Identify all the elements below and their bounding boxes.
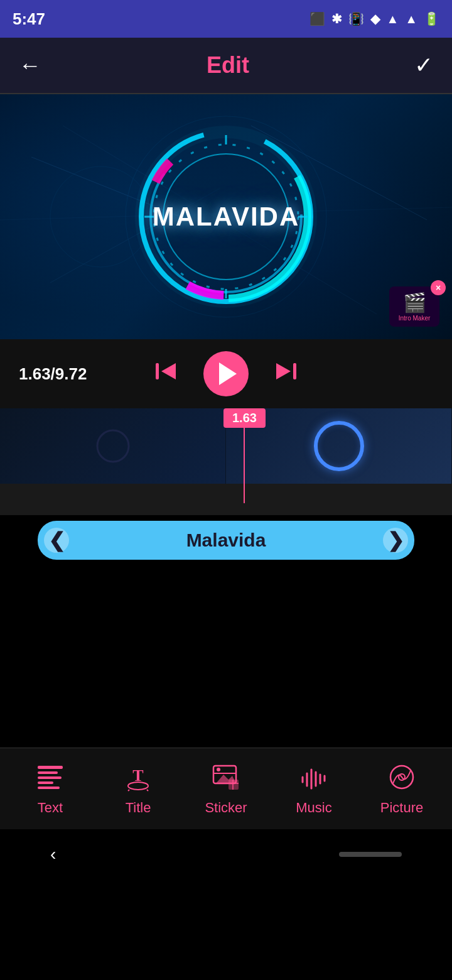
next-button[interactable] xyxy=(274,358,300,390)
bottom-nav: ‹ xyxy=(0,829,452,879)
svg-marker-22 xyxy=(276,363,291,379)
track-pill[interactable]: ❮ Malavida ❯ xyxy=(38,521,414,560)
picture-label: Picture xyxy=(380,800,423,816)
watermark-icon: 🎬 xyxy=(403,291,426,313)
svg-rect-27 xyxy=(38,781,53,784)
bottom-toolbar: Text T Title Sticker xyxy=(0,748,452,829)
empty-space xyxy=(0,565,452,748)
sticker-tool-icon xyxy=(211,762,241,792)
ring-thumb xyxy=(314,421,364,471)
text-icon xyxy=(35,762,65,796)
playback-buttons xyxy=(152,351,300,396)
wifi-icon: ▲ xyxy=(386,12,399,26)
cast-icon: ⬛ xyxy=(309,11,325,26)
confirm-button[interactable]: ✓ xyxy=(414,52,433,79)
cellular-icon: ▲ xyxy=(405,12,417,26)
svg-line-32 xyxy=(147,790,148,791)
timeline-controls: 1.63/9.72 xyxy=(0,339,452,408)
position-line xyxy=(244,428,245,503)
tool-text[interactable]: Text xyxy=(19,762,82,816)
music-icon xyxy=(299,762,329,796)
svg-rect-28 xyxy=(38,787,60,789)
play-button[interactable] xyxy=(203,351,249,396)
svg-rect-37 xyxy=(229,780,239,790)
page-title: Edit xyxy=(207,52,249,79)
tool-sticker[interactable]: Sticker xyxy=(195,762,257,816)
filmstrip-thumb-left xyxy=(88,427,138,465)
next-icon xyxy=(274,358,300,384)
sticker-label: Sticker xyxy=(205,800,247,816)
svg-line-31 xyxy=(128,790,129,791)
watermark-close[interactable]: × xyxy=(431,280,446,295)
play-icon xyxy=(219,362,237,385)
position-label: 1.63 xyxy=(223,408,266,428)
text-tool-icon xyxy=(35,762,65,792)
text-track: ❮ Malavida ❯ xyxy=(0,515,452,565)
music-label: Music xyxy=(296,800,331,816)
filmstrip-segment-left xyxy=(0,408,226,484)
track-next-arrow[interactable]: ❯ xyxy=(383,528,408,553)
svg-rect-24 xyxy=(38,766,63,769)
vibrate-icon: 📳 xyxy=(348,11,364,26)
status-time: 5:47 xyxy=(13,9,45,29)
video-center-text: MALAVIDA xyxy=(153,202,300,232)
text-label: Text xyxy=(38,800,63,816)
home-indicator xyxy=(339,852,402,857)
position-marker: 1.63 xyxy=(223,408,266,503)
nav-bar: ← Edit ✓ xyxy=(0,38,452,94)
circle-graphic: MALAVIDA xyxy=(132,122,320,311)
back-button[interactable]: ← xyxy=(19,52,41,79)
prev-icon xyxy=(152,358,178,384)
nav-back-chevron[interactable]: ‹ xyxy=(50,844,56,864)
battery-icon: 🔋 xyxy=(424,11,439,26)
picture-icon xyxy=(387,762,417,796)
timeline-area: 1.63 ❮ Malavida ❯ xyxy=(0,408,452,565)
tool-music[interactable]: Music xyxy=(282,762,345,816)
svg-rect-26 xyxy=(38,776,62,779)
music-tool-icon xyxy=(299,762,329,792)
video-preview: MALAVIDA × 🎬 Intro Maker xyxy=(0,94,452,339)
watermark-label: Intro Maker xyxy=(399,315,431,322)
prev-button[interactable] xyxy=(152,358,178,390)
tool-title[interactable]: T Title xyxy=(107,762,170,816)
status-bar: 5:47 ⬛ ✱ 📳 ◆ ▲ ▲ 🔋 xyxy=(0,0,452,38)
title-label: Title xyxy=(126,800,151,816)
tool-picture[interactable]: Picture xyxy=(370,762,433,816)
svg-marker-20 xyxy=(161,363,176,379)
svg-rect-21 xyxy=(293,363,296,379)
sticker-icon xyxy=(211,762,241,796)
watermark: × 🎬 Intro Maker xyxy=(389,286,439,327)
svg-point-23 xyxy=(97,430,129,462)
track-prev-arrow[interactable]: ❮ xyxy=(44,528,69,553)
time-display: 1.63/9.72 xyxy=(19,364,107,384)
bluetooth-icon: ✱ xyxy=(331,11,342,26)
title-icon: T xyxy=(123,762,153,796)
svg-rect-25 xyxy=(38,771,58,774)
svg-point-35 xyxy=(217,768,220,771)
track-label: Malavida xyxy=(69,530,383,551)
title-tool-icon: T xyxy=(123,762,153,792)
picture-tool-icon xyxy=(387,762,417,792)
svg-rect-19 xyxy=(156,363,159,379)
status-icons: ⬛ ✱ 📳 ◆ ▲ ▲ 🔋 xyxy=(309,11,439,26)
signal-icon: ◆ xyxy=(370,11,380,26)
